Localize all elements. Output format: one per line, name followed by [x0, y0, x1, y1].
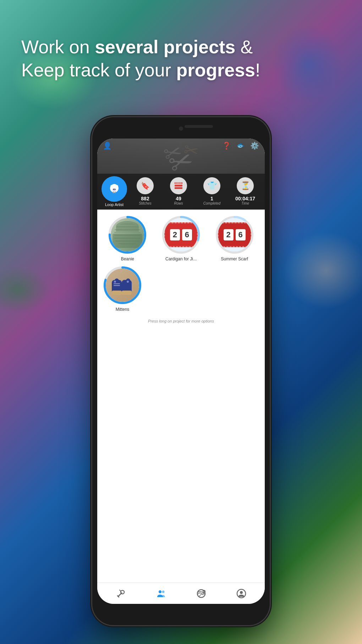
- hourglass-icon: ⏳: [241, 181, 250, 190]
- rows-grid-icon: [174, 181, 183, 191]
- project-beanie[interactable]: Beanie: [103, 215, 152, 261]
- stitches-value: 882: [141, 196, 149, 201]
- nav-tools[interactable]: [116, 589, 126, 599]
- svg-rect-19: [181, 182, 182, 184]
- cardigan-image: 2 6: [164, 218, 198, 251]
- stats-row: Loop Artist 🔖 882 Stitches: [97, 174, 265, 210]
- svg-rect-34: [114, 283, 120, 284]
- svg-point-6: [113, 189, 114, 190]
- speaker: [185, 125, 213, 128]
- completed-label: Completed: [203, 201, 220, 205]
- stat-rows: 49 Rows: [162, 176, 195, 207]
- completed-icon-circle: 👕: [203, 177, 220, 194]
- headline: Work on several projects & Keep track of…: [21, 36, 341, 82]
- help-icon[interactable]: ❓: [222, 141, 231, 150]
- mittens-photo: [106, 269, 139, 302]
- headline-line2: Keep track of your progress!: [21, 60, 260, 80]
- beanie-label: Beanie: [121, 256, 134, 261]
- svg-point-42: [159, 590, 161, 593]
- sheep-icon: [107, 182, 121, 196]
- app-content: ✂ ✂ 👤 ❓ 🐟 ⚙️: [97, 139, 265, 604]
- stitches-icon-circle: 🔖: [137, 177, 154, 194]
- shirt-check-icon: 👕: [207, 181, 217, 190]
- mittens-label: Mittens: [116, 307, 130, 312]
- projects-grid-row1: Beanie 2 6: [103, 215, 259, 261]
- svg-rect-16: [177, 182, 178, 184]
- scarf-circle: 2 6: [215, 215, 254, 254]
- nav-profile[interactable]: [156, 589, 166, 599]
- nav-yarn[interactable]: [196, 589, 206, 599]
- project-mittens[interactable]: Mittens: [103, 266, 142, 312]
- svg-rect-14: [175, 187, 182, 189]
- mittens-image: [106, 269, 139, 302]
- header-right-icons: ❓ 🐟 ⚙️: [222, 141, 259, 150]
- svg-point-7: [115, 189, 116, 190]
- svg-rect-35: [114, 285, 120, 286]
- scarf-image: 2 6: [218, 218, 251, 251]
- profile-area[interactable]: Loop Artist: [100, 176, 128, 207]
- user-icon[interactable]: 👤: [103, 141, 112, 150]
- mittens-circle: [103, 266, 142, 305]
- front-camera: [179, 126, 183, 131]
- profile-label: Loop Artist: [100, 202, 128, 207]
- svg-rect-9: [115, 191, 116, 193]
- phone-screen: ✂ ✂ 👤 ❓ 🐟 ⚙️: [97, 139, 265, 604]
- svg-rect-32: [112, 291, 122, 295]
- svg-point-37: [127, 281, 129, 283]
- svg-point-5: [113, 188, 116, 191]
- beanie-photo: [111, 218, 144, 251]
- bottom-nav: [97, 583, 265, 604]
- cardigan-counter: 2 6: [164, 222, 198, 247]
- bookmark-icon: 🔖: [141, 182, 150, 190]
- time-icon-circle: ⏳: [237, 177, 254, 194]
- cardigan-label: Cardigan for Ji...: [165, 256, 197, 261]
- nav-account[interactable]: [236, 589, 246, 599]
- svg-point-11: [116, 185, 118, 188]
- svg-rect-8: [113, 191, 114, 193]
- time-label: Time: [241, 201, 249, 205]
- yarn-ball-icon: [196, 589, 206, 599]
- scarf-label: Summer Scarf: [221, 256, 248, 261]
- beanie-image: [111, 218, 144, 251]
- profile-circle: [102, 176, 127, 202]
- mittens-illustration: [110, 273, 135, 298]
- svg-rect-33: [122, 291, 132, 295]
- scarf-digit-2: 6: [236, 229, 246, 240]
- press-hint: Press long on project for more options: [103, 315, 259, 328]
- rows-icon-circle: [170, 177, 187, 194]
- svg-line-40: [120, 590, 121, 591]
- headline-line1: Work on several projects &: [21, 37, 253, 57]
- svg-point-10: [110, 185, 113, 188]
- svg-rect-18: [180, 182, 181, 184]
- tools-icon: [116, 589, 126, 599]
- header-top-bar: 👤 ❓ 🐟 ⚙️: [97, 141, 265, 150]
- svg-point-36: [114, 281, 116, 283]
- settings-icon[interactable]: ⚙️: [250, 141, 259, 150]
- scarf-digit-1: 2: [224, 229, 234, 240]
- svg-rect-13: [175, 185, 182, 186]
- svg-point-48: [240, 591, 243, 594]
- projects-grid-row2: Mittens: [103, 266, 259, 312]
- cardigan-digit-1: 2: [170, 229, 180, 240]
- stat-stitches: 🔖 882 Stitches: [128, 176, 162, 207]
- fish-icon[interactable]: 🐟: [237, 141, 245, 150]
- stitches-label: Stitches: [139, 201, 152, 205]
- account-circle-icon: [236, 589, 246, 599]
- person-group-icon: [156, 589, 166, 599]
- cardigan-circle: 2 6: [161, 215, 201, 254]
- time-value: 00:04:17: [235, 196, 255, 201]
- svg-rect-17: [178, 182, 179, 184]
- svg-point-43: [162, 590, 164, 593]
- app-header: ✂ ✂ 👤 ❓ 🐟 ⚙️: [97, 139, 265, 210]
- project-cardigan[interactable]: 2 6 Cardigan for Ji...: [157, 215, 206, 261]
- scarf-counter: 2 6: [218, 222, 251, 247]
- completed-value: 1: [210, 196, 213, 201]
- stat-time: ⏳ 00:04:17 Time: [229, 176, 262, 207]
- main-content: Beanie 2 6: [97, 210, 265, 583]
- beanie-circle: [108, 215, 147, 254]
- stat-completed: 👕 1 Completed: [195, 176, 229, 207]
- project-scarf[interactable]: 2 6 Summer Scarf: [210, 215, 259, 261]
- rows-value: 49: [176, 196, 181, 201]
- phone-frame: ✂ ✂ 👤 ❓ 🐟 ⚙️: [92, 117, 270, 625]
- rows-label: Rows: [174, 201, 183, 205]
